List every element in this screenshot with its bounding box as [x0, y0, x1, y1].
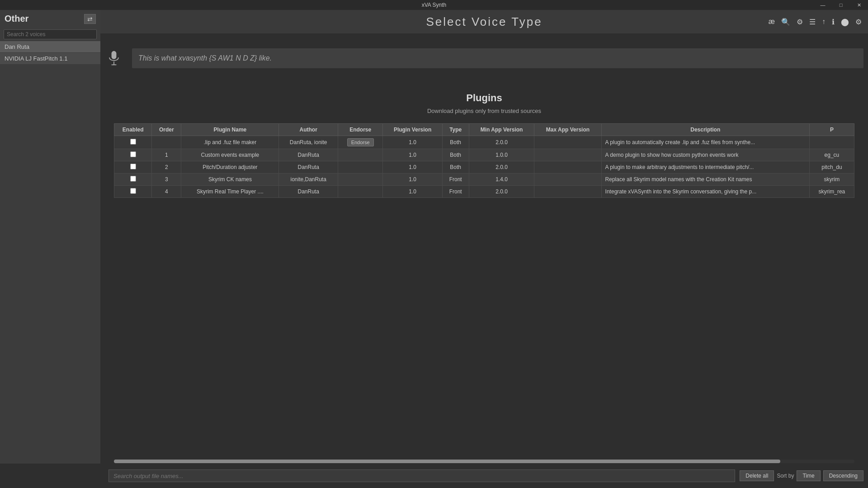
bottom-right-controls: Delete all Sort by Time Descending — [740, 470, 863, 481]
plugin-author: DanRuta — [279, 186, 338, 198]
voice-search-input[interactable] — [4, 29, 97, 39]
col-author: Author — [279, 124, 338, 136]
plugin-description: A plugin to automatically create .lip an… — [601, 136, 809, 149]
plugin-min-version: 1.0.0 — [469, 149, 534, 161]
col-order: Order — [152, 124, 181, 136]
voice-item-dan-ruta[interactable]: Dan Ruta — [0, 41, 100, 53]
plugin-type: Front — [442, 186, 469, 198]
svg-rect-0 — [112, 51, 117, 59]
plugin-author: DanRuta, ionite — [279, 136, 338, 149]
maximize-button[interactable]: □ — [832, 0, 850, 10]
time-sort-button[interactable]: Time — [797, 470, 820, 481]
upload-icon[interactable]: ↑ — [820, 17, 827, 27]
plugin-enabled-checkbox[interactable] — [130, 151, 136, 157]
col-endorse: Endorse — [338, 124, 382, 136]
preview-text: This is what xvasynth {S AW1 N D Z} like… — [132, 48, 863, 68]
table-row: 2Pitch/Duration adjusterDanRuta1.0Both2.… — [114, 161, 854, 174]
plugin-author: DanRuta — [279, 149, 338, 161]
delete-all-button[interactable]: Delete all — [740, 470, 774, 481]
col-type: Type — [442, 124, 469, 136]
endorse-button[interactable]: Endorse — [347, 138, 374, 146]
gear-icon[interactable]: ⚙ — [854, 17, 863, 27]
window-title: xVA Synth — [422, 2, 446, 8]
minimize-button[interactable]: — — [814, 0, 832, 10]
plugin-name: .lip and .fuz file maker — [181, 136, 279, 149]
plugin-type: Both — [442, 136, 469, 149]
plugin-order: 4 — [152, 186, 181, 198]
plugin-max-version — [534, 174, 601, 186]
table-row: 1Custom events exampleDanRuta1.0Both1.0.… — [114, 149, 854, 161]
ae-icon[interactable]: æ — [767, 17, 777, 27]
plugin-min-version: 2.0.0 — [469, 161, 534, 174]
plugin-name: Pitch/Duration adjuster — [181, 161, 279, 174]
sidebar-title: Other — [5, 14, 28, 24]
sidebar-toggle-button[interactable]: ⇄ — [84, 14, 96, 24]
list-icon[interactable]: ☰ — [807, 17, 817, 27]
plugin-enabled-checkbox[interactable] — [130, 164, 136, 169]
plugin-max-version — [534, 186, 601, 198]
scrollbar-thumb[interactable] — [114, 460, 780, 463]
voice-type-title: Select Voice Type — [426, 15, 542, 29]
plugin-enabled-checkbox[interactable] — [130, 176, 136, 182]
plugins-container: Plugins Download plugins only from trust… — [100, 83, 868, 207]
info-icon[interactable]: ℹ — [830, 17, 836, 27]
voice-item-nvidia[interactable]: NVIDIA LJ FastPitch 1.1 — [0, 53, 100, 65]
plugin-version: 1.0 — [383, 161, 442, 174]
plugin-description: Replace all Skyrim model names with the … — [601, 174, 809, 186]
microphone-button[interactable] — [100, 50, 127, 66]
window-controls: — □ ✕ — [814, 0, 868, 10]
col-p: P — [809, 124, 854, 136]
table-row: 3Skyrim CK namesionite,DanRuta1.0Front1.… — [114, 174, 854, 186]
plugin-version: 1.0 — [383, 186, 442, 198]
voice-type-header: Select Voice Type — [100, 10, 868, 33]
search-icon[interactable]: 🔍 — [779, 17, 792, 27]
settings-icon[interactable]: ⚙ — [795, 17, 805, 27]
scrollbar-track — [114, 460, 854, 463]
plugins-table: Enabled Order Plugin Name Author Endorse… — [114, 123, 854, 198]
plugin-max-version — [534, 136, 601, 149]
plugins-tbody: .lip and .fuz file makerDanRuta, ioniteE… — [114, 136, 854, 198]
plugin-name: Skyrim Real Time Player .... — [181, 186, 279, 198]
plugin-version: 1.0 — [383, 174, 442, 186]
plugin-p: eg_cu — [809, 149, 854, 161]
col-min-app-version: Min App Version — [469, 124, 534, 136]
plugin-max-version — [534, 161, 601, 174]
col-description: Description — [601, 124, 809, 136]
title-bar: xVA Synth — □ ✕ — [0, 0, 868, 10]
plugin-type: Front — [442, 174, 469, 186]
plugin-name: Custom events example — [181, 149, 279, 161]
plugin-author: DanRuta — [279, 161, 338, 174]
close-button[interactable]: ✕ — [850, 0, 868, 10]
plugin-enabled-checkbox[interactable] — [130, 139, 136, 145]
plugin-version: 1.0 — [383, 149, 442, 161]
plugin-description: A demo plugin to show how custom python … — [601, 149, 809, 161]
plugin-min-version: 2.0.0 — [469, 186, 534, 198]
col-enabled: Enabled — [114, 124, 152, 136]
col-max-app-version: Max App Version — [534, 124, 601, 136]
table-row: .lip and .fuz file makerDanRuta, ioniteE… — [114, 136, 854, 149]
plugin-p — [809, 136, 854, 149]
plugin-version: 1.0 — [383, 136, 442, 149]
plugins-title: Plugins — [114, 92, 854, 104]
plugin-type: Both — [442, 149, 469, 161]
plugin-description: Integrate xVASynth into the Skyrim conve… — [601, 186, 809, 198]
plugin-type: Both — [442, 161, 469, 174]
sidebar-header: Other ⇄ — [0, 10, 100, 28]
plugin-enabled-checkbox[interactable] — [130, 188, 136, 194]
bottom-bar: Delete all Sort by Time Descending — [0, 464, 868, 488]
sidebar: Other ⇄ Dan Ruta NVIDIA LJ FastPitch 1.1… — [0, 10, 100, 488]
plugin-order: 3 — [152, 174, 181, 186]
preview-area: This is what xvasynth {S AW1 N D Z} like… — [100, 33, 868, 83]
plugin-min-version: 1.4.0 — [469, 174, 534, 186]
plugin-author: ionite,DanRuta — [279, 174, 338, 186]
plugin-p: skyrim — [809, 174, 854, 186]
plugin-order: 1 — [152, 149, 181, 161]
plugin-max-version — [534, 149, 601, 161]
descending-sort-button[interactable]: Descending — [823, 470, 863, 481]
sort-by-label: Sort by — [777, 473, 794, 479]
col-plugin-version: Plugin Version — [383, 124, 442, 136]
search-output-input[interactable] — [108, 469, 735, 482]
circle-icon[interactable]: ⬤ — [839, 17, 851, 27]
plugin-p: pitch_du — [809, 161, 854, 174]
main-content: Plugins Download plugins only from trust… — [100, 83, 868, 464]
